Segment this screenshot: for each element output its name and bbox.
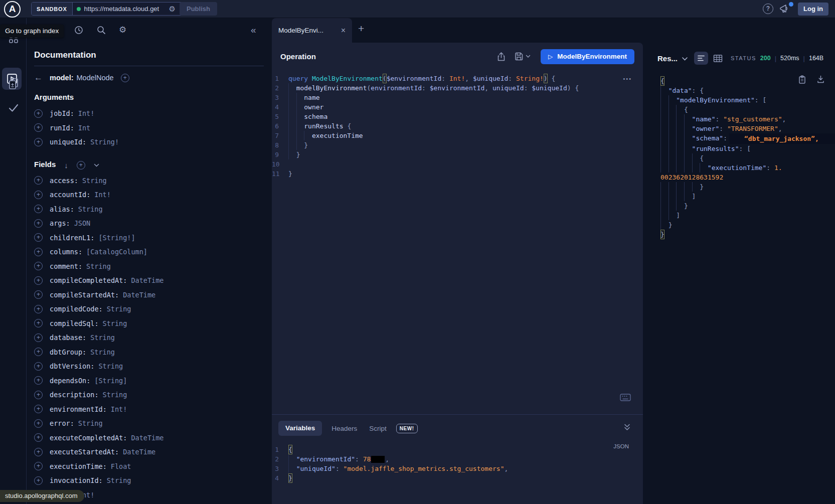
field-name[interactable]: environmentId <box>50 405 107 413</box>
add-field-icon[interactable] <box>34 191 43 199</box>
field-name[interactable]: columns <box>50 248 82 256</box>
code-line[interactable]: "executionTime": 1. <box>660 163 835 173</box>
field-type[interactable]: String <box>107 476 131 484</box>
field-row[interactable]: database String <box>34 330 267 345</box>
share-icon[interactable] <box>496 52 506 62</box>
field-type[interactable]: String <box>82 177 107 185</box>
field-name[interactable]: invocationId <box>50 476 103 484</box>
code-line[interactable]: 7executionTime <box>272 131 643 140</box>
add-field-icon[interactable] <box>34 448 43 456</box>
field-row[interactable]: args JSON <box>34 216 267 231</box>
chevron-down-icon[interactable] <box>94 163 99 167</box>
code-line[interactable]: 1{ <box>272 445 508 454</box>
add-field-icon[interactable] <box>34 405 43 413</box>
field-row[interactable]: executionTime Float <box>34 459 267 474</box>
code-line[interactable]: } <box>660 220 835 230</box>
field-type[interactable]: [String] <box>94 377 127 385</box>
code-line[interactable]: "data": { <box>660 86 835 95</box>
sort-fields-icon[interactable]: ↓ <box>64 161 68 170</box>
code-line[interactable]: ] <box>660 211 835 220</box>
field-name[interactable]: dependsOn <box>50 377 90 385</box>
add-argument-icon[interactable] <box>34 123 43 132</box>
field-row[interactable]: access String <box>34 174 267 188</box>
field-name[interactable]: description <box>50 391 99 399</box>
tab-variables[interactable]: Variables <box>278 421 322 436</box>
back-arrow-icon[interactable]: ← <box>34 73 43 83</box>
argument-type[interactable]: String! <box>90 138 119 146</box>
code-line[interactable]: "owner": "TRANSFORMER", <box>660 124 835 133</box>
save-control[interactable] <box>514 52 531 61</box>
field-type[interactable]: JSON <box>74 219 91 227</box>
add-field-icon[interactable] <box>34 391 43 399</box>
field-name[interactable]: compileCompletedAt <box>50 276 127 284</box>
add-field-icon[interactable] <box>34 348 43 356</box>
field-row[interactable]: description String <box>34 388 267 402</box>
field-type[interactable]: DateTime <box>123 448 155 456</box>
schema-diff-nav-button[interactable] <box>0 77 27 90</box>
close-tab-icon[interactable]: × <box>341 26 346 35</box>
add-all-fields-icon[interactable] <box>77 161 85 170</box>
sandbox-badge[interactable]: SANDBOX <box>32 3 73 15</box>
code-line[interactable]: { <box>660 76 835 86</box>
code-line[interactable]: 3"uniqueId": "model.jaffle_shop_metrics.… <box>272 464 508 473</box>
response-code[interactable]: {"data": {"modelByEnvironment": [{"name"… <box>660 76 835 239</box>
help-icon[interactable]: ? <box>763 4 773 14</box>
code-line[interactable]: 4owner <box>272 102 643 112</box>
argument-row[interactable]: runId Int <box>34 121 267 135</box>
field-name[interactable]: alias <box>50 205 74 213</box>
keyboard-shortcuts-icon[interactable] <box>620 394 631 401</box>
history-icon[interactable] <box>74 25 84 35</box>
field-type[interactable]: String <box>98 362 123 370</box>
add-field-icon[interactable] <box>34 433 43 442</box>
code-line[interactable]: 2modelByEnvironment(environmentId: $envi… <box>272 83 643 93</box>
field-row[interactable]: environmentId Int! <box>34 402 267 417</box>
argument-name[interactable]: runId <box>50 124 74 132</box>
field-row[interactable]: compiledCode String <box>34 302 267 316</box>
code-line[interactable]: { <box>660 153 835 163</box>
tab-script[interactable]: Script <box>367 425 389 432</box>
field-type[interactable]: DateTime <box>131 434 163 442</box>
settings-gear-icon[interactable]: ⚙ <box>119 25 126 35</box>
publish-button[interactable]: Publish <box>180 2 217 16</box>
argument-name[interactable]: jobId <box>50 109 74 117</box>
field-type[interactable]: String <box>90 348 115 356</box>
code-line[interactable]: "name": "stg_customers", <box>660 114 835 124</box>
endpoint-url-field[interactable]: https://metadata.cloud.get ⚙ <box>73 3 186 15</box>
field-name[interactable]: accountId <box>50 191 90 199</box>
add-field-icon[interactable] <box>34 362 43 371</box>
code-line[interactable]: ] <box>660 192 835 201</box>
field-type[interactable]: [CatalogColumn] <box>86 248 147 256</box>
code-line[interactable]: } <box>660 182 835 192</box>
field-row[interactable]: dependsOn [String] <box>34 374 267 388</box>
field-name[interactable]: dbtVersion <box>50 362 94 370</box>
login-button[interactable]: Log in <box>798 3 828 16</box>
field-row[interactable]: alias String <box>34 202 267 217</box>
code-line[interactable]: 4} <box>272 473 508 483</box>
field-row[interactable]: comment String <box>34 259 267 274</box>
add-field-icon[interactable] <box>34 376 43 385</box>
field-row[interactable]: childrenL1 [String!] <box>34 231 267 245</box>
code-line[interactable]: 2"environmentId": 78, <box>272 454 508 464</box>
field-row[interactable]: dbtVersion String <box>34 359 267 374</box>
argument-type[interactable]: Int <box>78 124 90 132</box>
code-line[interactable]: "modelByEnvironment": [ <box>660 95 835 105</box>
field-name[interactable]: error <box>50 419 74 427</box>
field-name[interactable]: access <box>50 177 78 185</box>
add-field-icon[interactable] <box>34 248 43 256</box>
field-name[interactable]: executeCompletedAt <box>50 434 127 442</box>
code-line[interactable]: { <box>660 105 835 114</box>
add-field-icon[interactable] <box>34 176 43 185</box>
add-field-icon[interactable] <box>34 462 43 470</box>
add-field-icon[interactable] <box>34 262 43 270</box>
code-line[interactable]: 5schema <box>272 112 643 121</box>
field-type[interactable]: String <box>86 262 111 270</box>
add-field-icon[interactable] <box>34 219 43 228</box>
add-field-icon[interactable] <box>34 205 43 213</box>
code-line[interactable]: 11} <box>272 169 643 179</box>
editor-menu-dots-icon[interactable]: ••• <box>623 76 632 82</box>
new-tab-button[interactable]: + <box>358 23 364 35</box>
field-type[interactable]: String <box>103 319 127 327</box>
field-type[interactable]: Int! <box>111 405 127 413</box>
field-type[interactable]: DateTime <box>131 276 163 284</box>
code-line[interactable]: 9} <box>272 150 643 159</box>
